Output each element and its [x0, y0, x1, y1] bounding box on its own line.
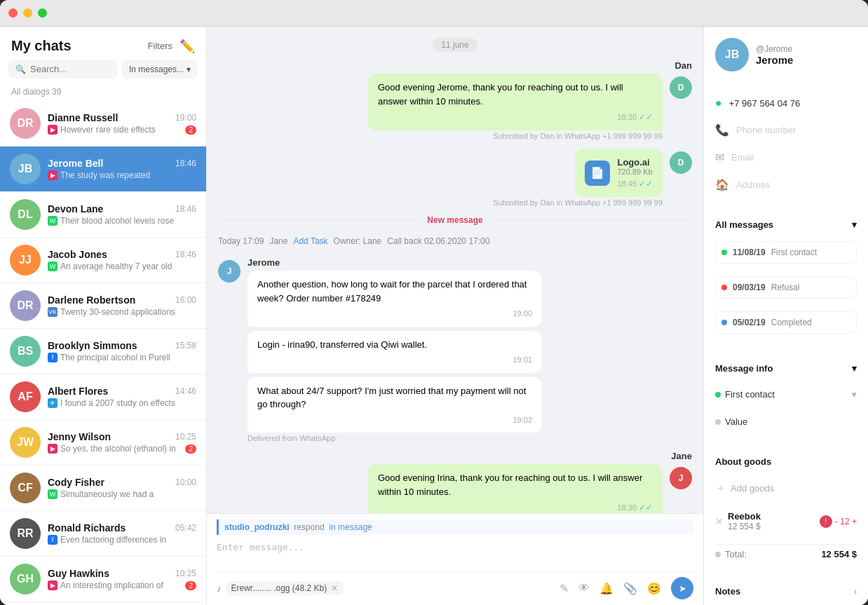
avatar: RR: [10, 518, 41, 549]
message-time: 18:30: [617, 111, 637, 123]
chat-preview-text: An interesting implication of: [60, 580, 163, 590]
expand-icon[interactable]: ▾: [852, 389, 857, 400]
all-messages-header[interactable]: All messages ▾: [715, 217, 857, 233]
history-label: Completed: [771, 318, 812, 327]
minimize-button[interactable]: [23, 8, 32, 18]
chat-item-ralph-edwards[interactable]: RE Ralph Edwards 10:25 ▶ So yes, the alc…: [0, 602, 206, 605]
total-icon: [715, 552, 721, 557]
history-item-2[interactable]: 09/03/19 Refusal: [715, 276, 857, 299]
chat-preview-text: Simultaneously we had a: [60, 489, 154, 499]
file-name: Logo.ai: [617, 157, 653, 168]
chevron-down-icon: ▾: [187, 64, 191, 74]
chat-name: Albert Flores: [48, 386, 108, 397]
address-placeholder: Address: [736, 179, 770, 190]
message-dan-file: 📄 Logo.ai 720.89 Kb 18:45 ✓✓: [218, 149, 692, 207]
chat-item-albert-flores[interactable]: AF Albert Flores 14:46 ✈ I found a 2007 …: [0, 374, 206, 420]
chat-time: 19:00: [175, 113, 196, 123]
contact-avatar: JB: [715, 38, 749, 72]
chat-item-darlene-robertson[interactable]: DR Darlene Robertson 16:00 VK Twenty 30-…: [0, 283, 206, 329]
attachment-file: Erewr........ .ogg (48.2 Kb) ✕: [226, 581, 344, 595]
chat-name: Brooklyn Simmons: [48, 340, 137, 351]
first-contact-row: First contact ▾: [715, 385, 857, 404]
reply-text: respond: [294, 522, 324, 532]
whatsapp-number: +7 967 564 04 76: [729, 98, 801, 109]
history-item-1[interactable]: 11/08/19 First contact: [715, 241, 857, 264]
chat-preview-text: The study was repeated: [60, 170, 150, 180]
search-filter-dropdown[interactable]: In messages... ▾: [122, 60, 198, 79]
channel-instagram-icon: ▶: [48, 125, 57, 135]
send-button[interactable]: ➤: [671, 577, 693, 599]
message-time: 18:45: [617, 179, 637, 188]
status-dot-icon: [715, 392, 721, 397]
chat-name: Darlene Robertson: [48, 294, 135, 306]
attachment-remove-button[interactable]: ✕: [331, 583, 338, 593]
chat-preview-text: Even factoring differences in: [60, 535, 166, 545]
date-divider: 11 june: [433, 38, 477, 52]
chat-messages: 11 june Dan Good evening Jerome, thank y…: [207, 27, 703, 513]
read-checkmark-icon: ✓✓: [639, 111, 653, 123]
message-time: 19:02: [513, 414, 532, 426]
channel-instagram-icon: ▶: [48, 170, 57, 180]
history-item-3[interactable]: 05/02/19 Completed: [715, 311, 857, 334]
add-goods-button[interactable]: ＋ Add goods: [715, 478, 857, 498]
channel-whatsapp-icon: W: [48, 489, 57, 499]
message-info-header[interactable]: Message info ▾: [715, 360, 857, 376]
chat-time: 18:46: [175, 204, 196, 214]
file-icon: 📄: [585, 161, 610, 186]
reply-bar: studio_podruzki respond in message: [217, 519, 693, 535]
avatar: AF: [10, 381, 41, 412]
avatar: DR: [10, 108, 41, 139]
status-dot-icon: [721, 320, 727, 325]
avatar: D: [670, 151, 692, 174]
contact-email-field: ✉ Email: [715, 148, 857, 167]
message-sender: Jane: [671, 451, 692, 461]
close-button[interactable]: [8, 8, 18, 18]
chat-name: Devon Lane: [48, 203, 103, 215]
plus-icon: ＋: [715, 481, 726, 496]
chat-item-ronald-richards[interactable]: RR Ronald Richards 05:42 f Even factorin…: [0, 511, 206, 557]
message-bubble: Good evening Irina, thank you for reachi…: [368, 464, 663, 513]
avatar: JJ: [10, 245, 41, 276]
task-add-button[interactable]: Add Task: [293, 236, 327, 246]
chat-item-jenny-wilson[interactable]: JW Jenny Wilson 10:25 ▶ So yes, the alco…: [0, 420, 206, 465]
remove-goods-button[interactable]: ✕: [715, 516, 724, 527]
chat-item-brooklyn-simmons[interactable]: BS Brooklyn Simmons 15:58 f The principa…: [0, 329, 206, 374]
message-submitted: Submitted by Dan in WhatsApp +1 999 999 …: [493, 198, 663, 207]
maximize-button[interactable]: [38, 8, 47, 18]
emoji-icon[interactable]: 😊: [647, 582, 661, 595]
total-value: 12 554 $: [821, 549, 857, 559]
chat-preview-text: An average healthy 7 year old: [60, 261, 172, 271]
chat-item-dianne-russell[interactable]: DR Dianne Russell 19:00 ▶ However rare s…: [0, 101, 206, 147]
filters-button[interactable]: Filters: [148, 41, 172, 51]
message-text: What about 24/7 support? I'm just worrie…: [257, 386, 526, 410]
email-icon: ✉: [715, 151, 724, 164]
file-size: 720.89 Kb: [617, 168, 653, 176]
goods-name: Reebok: [728, 511, 815, 522]
message-time: 18:30: [617, 502, 637, 513]
bell-icon[interactable]: 🔔: [599, 582, 613, 595]
goods-quantity[interactable]: - 12 +: [835, 517, 857, 526]
chat-item-guy-hawkins[interactable]: GH Guy Hawkins 10:25 ▶ An interesting im…: [0, 557, 206, 602]
chat-item-jacob-jones[interactable]: JJ Jacob Jones 18:46 W An average health…: [0, 238, 206, 283]
filter-label: In messages...: [129, 64, 184, 74]
first-contact-label: First contact: [725, 389, 775, 400]
paperclip-icon[interactable]: 📎: [623, 582, 637, 595]
history-label: First contact: [771, 247, 817, 257]
message-input[interactable]: [217, 539, 693, 566]
pen-icon[interactable]: ✎: [560, 582, 569, 595]
task-bar: Today 17:09 Jane Add Task Owner: Lane Ca…: [218, 233, 692, 249]
compose-icon[interactable]: ✏️: [179, 39, 195, 54]
notes-section[interactable]: Notes ›: [715, 586, 857, 597]
search-input[interactable]: [30, 64, 111, 74]
chat-item-jerome-bell[interactable]: JB Jerome Bell 18:46 ▶ The study was rep…: [0, 147, 206, 192]
about-goods-header[interactable]: About goods: [715, 454, 857, 470]
eye-icon[interactable]: 👁: [578, 582, 590, 594]
message-text: Good evening Jerome, thank you for reach…: [378, 82, 623, 107]
chevron-down-icon: ▾: [852, 219, 857, 230]
channel-telegram-icon: ✈: [48, 398, 57, 408]
titlebar: [0, 0, 868, 27]
chat-item-cody-fisher[interactable]: CF Cody Fisher 10:00 W Simultaneously we…: [0, 465, 206, 511]
reply-link[interactable]: in message: [329, 522, 372, 532]
message-jane-group: Jane Good evening Irina, thank you for r…: [218, 451, 692, 513]
chat-item-devon-lane[interactable]: DL Devon Lane 18:46 W Their blood alcoho…: [0, 192, 206, 238]
